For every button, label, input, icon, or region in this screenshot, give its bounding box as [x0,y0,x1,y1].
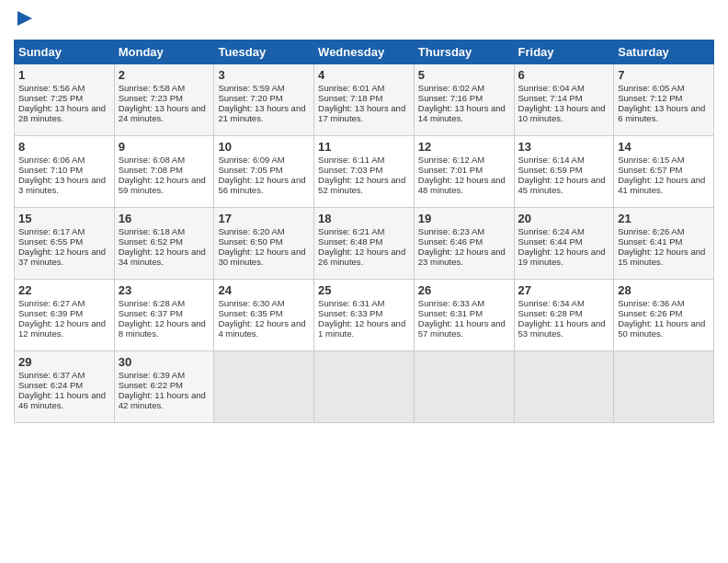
sunset-text: Sunset: 7:14 PM [518,93,583,103]
daylight-text: Daylight: 12 hours and 1 minute. [318,318,405,339]
sunrise-text: Sunrise: 6:27 AM [18,298,85,308]
daylight-text: Daylight: 13 hours and 21 minutes. [218,103,305,123]
sunrise-text: Sunrise: 6:06 AM [18,155,85,165]
sunrise-text: Sunrise: 6:33 AM [418,298,484,308]
daylight-text: Daylight: 13 hours and 17 minutes. [318,103,405,123]
day-number: 5 [418,68,510,82]
calendar-day-cell: 13Sunrise: 6:14 AMSunset: 6:59 PMDayligh… [514,135,614,207]
sunset-text: Sunset: 6:35 PM [218,308,282,318]
daylight-text: Daylight: 13 hours and 28 minutes. [18,103,106,123]
daylight-text: Daylight: 12 hours and 23 minutes. [418,247,506,267]
day-number: 13 [518,140,610,154]
sunset-text: Sunset: 7:10 PM [18,165,83,175]
calendar-day-cell: 10Sunrise: 6:09 AMSunset: 7:05 PMDayligh… [214,135,314,207]
sunrise-text: Sunrise: 5:58 AM [119,83,185,93]
sunset-text: Sunset: 6:33 PM [318,308,382,318]
sunrise-text: Sunrise: 6:36 AM [618,298,684,308]
daylight-text: Daylight: 11 hours and 57 minutes. [418,318,506,339]
day-of-week-header: Thursday [414,40,514,63]
calendar-week-row: 1Sunrise: 5:56 AMSunset: 7:25 PMDaylight… [15,63,714,135]
sunrise-text: Sunrise: 6:21 AM [318,226,384,236]
calendar-day-cell: 22Sunrise: 6:27 AMSunset: 6:39 PMDayligh… [15,279,115,350]
calendar-day-cell [314,350,415,422]
sunset-text: Sunset: 6:41 PM [618,236,682,247]
sunset-text: Sunset: 6:59 PM [518,165,583,175]
day-number: 30 [119,355,210,369]
day-number: 21 [618,212,710,225]
sunrise-text: Sunrise: 6:17 AM [18,226,85,236]
day-of-week-header: Friday [514,40,614,63]
day-number: 28 [618,283,710,297]
daylight-text: Daylight: 13 hours and 6 minutes. [618,103,705,123]
day-number: 11 [318,140,410,154]
sunset-text: Sunset: 6:57 PM [618,165,682,175]
calendar-day-cell: 11Sunrise: 6:11 AMSunset: 7:03 PMDayligh… [314,135,415,207]
sunset-text: Sunset: 7:18 PM [318,93,382,103]
calendar-day-cell: 4Sunrise: 6:01 AMSunset: 7:18 PMDaylight… [314,63,415,135]
sunrise-text: Sunrise: 6:20 AM [218,226,284,236]
daylight-text: Daylight: 12 hours and 56 minutes. [218,175,305,195]
day-number: 27 [518,283,610,297]
day-number: 20 [518,212,610,225]
daylight-text: Daylight: 11 hours and 50 minutes. [618,318,705,339]
sunrise-text: Sunrise: 6:23 AM [418,226,484,236]
calendar-container: SundayMondayTuesdayWednesdayThursdayFrid… [0,0,728,432]
day-number: 10 [218,140,310,154]
sunset-text: Sunset: 7:01 PM [418,165,483,175]
calendar-day-cell: 21Sunrise: 6:26 AMSunset: 6:41 PMDayligh… [614,207,714,279]
calendar-day-cell: 5Sunrise: 6:02 AMSunset: 7:16 PMDaylight… [414,63,514,135]
sunset-text: Sunset: 6:50 PM [218,236,282,247]
day-number: 24 [218,283,310,297]
sunrise-text: Sunrise: 6:08 AM [119,155,185,165]
calendar-week-row: 8Sunrise: 6:06 AMSunset: 7:10 PMDaylight… [15,135,714,207]
calendar-day-cell: 2Sunrise: 5:58 AMSunset: 7:23 PMDaylight… [114,63,214,135]
day-number: 2 [119,68,210,82]
daylight-text: Daylight: 12 hours and 37 minutes. [18,247,106,267]
sunset-text: Sunset: 6:31 PM [418,308,483,318]
day-number: 7 [618,68,710,82]
sunrise-text: Sunrise: 5:56 AM [18,83,85,93]
calendar-day-cell [614,350,714,422]
sunrise-text: Sunrise: 6:37 AM [18,370,85,380]
sunrise-text: Sunrise: 6:09 AM [218,155,284,165]
sunset-text: Sunset: 6:28 PM [518,308,583,318]
sunrise-text: Sunrise: 5:59 AM [218,83,284,93]
day-number: 4 [318,68,410,82]
calendar-day-cell [414,350,514,422]
calendar-day-cell: 29Sunrise: 6:37 AMSunset: 6:24 PMDayligh… [15,350,115,422]
sunset-text: Sunset: 6:48 PM [318,236,382,247]
day-number: 19 [418,212,510,225]
sunset-text: Sunset: 7:20 PM [218,93,282,103]
daylight-text: Daylight: 11 hours and 46 minutes. [18,390,106,410]
day-number: 18 [318,212,410,225]
day-number: 17 [218,212,310,225]
daylight-text: Daylight: 12 hours and 34 minutes. [119,247,206,267]
sunset-text: Sunset: 7:03 PM [318,165,382,175]
sunset-text: Sunset: 6:46 PM [418,236,483,247]
sunrise-text: Sunrise: 6:26 AM [618,226,684,236]
daylight-text: Daylight: 12 hours and 41 minutes. [618,175,705,195]
daylight-text: Daylight: 11 hours and 53 minutes. [518,318,606,339]
daylight-text: Daylight: 12 hours and 30 minutes. [218,247,305,267]
sunrise-text: Sunrise: 6:39 AM [119,370,185,380]
day-number: 8 [18,140,110,154]
calendar-day-cell: 28Sunrise: 6:36 AMSunset: 6:26 PMDayligh… [614,279,714,350]
daylight-text: Daylight: 12 hours and 45 minutes. [518,175,606,195]
calendar-day-cell: 23Sunrise: 6:28 AMSunset: 6:37 PMDayligh… [114,279,214,350]
calendar-day-cell: 16Sunrise: 6:18 AMSunset: 6:52 PMDayligh… [114,207,214,279]
sunrise-text: Sunrise: 6:01 AM [318,83,384,93]
day-number: 26 [418,283,510,297]
calendar-header [14,9,714,32]
daylight-text: Daylight: 13 hours and 24 minutes. [119,103,206,123]
calendar-day-cell: 9Sunrise: 6:08 AMSunset: 7:08 PMDaylight… [114,135,214,207]
calendar-day-cell: 26Sunrise: 6:33 AMSunset: 6:31 PMDayligh… [414,279,514,350]
calendar-week-row: 22Sunrise: 6:27 AMSunset: 6:39 PMDayligh… [15,279,714,350]
daylight-text: Daylight: 12 hours and 4 minutes. [218,318,305,339]
sunset-text: Sunset: 6:24 PM [18,380,83,390]
sunrise-text: Sunrise: 6:31 AM [318,298,384,308]
day-number: 14 [618,140,710,154]
calendar-day-cell: 25Sunrise: 6:31 AMSunset: 6:33 PMDayligh… [314,279,415,350]
day-number: 16 [119,212,210,225]
day-number: 12 [418,140,510,154]
sunset-text: Sunset: 6:44 PM [518,236,583,247]
